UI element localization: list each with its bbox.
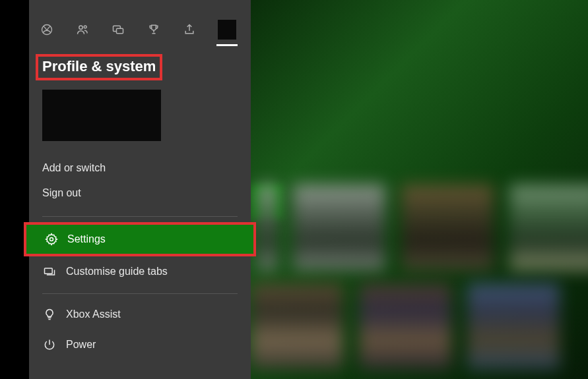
svg-rect-6: [45, 268, 53, 274]
guide-tab-bar: [29, 0, 251, 47]
guide-panel: Profile & system Add or switch Sign out …: [29, 0, 251, 379]
tabs-icon: [42, 264, 57, 279]
svg-rect-4: [117, 28, 123, 34]
profile-avatar[interactable]: [42, 90, 161, 141]
dashboard-tile: [359, 283, 451, 369]
dashboard-tile-row: [251, 283, 560, 369]
dashboard-tile-row: [257, 185, 588, 270]
dashboard-tile: [509, 185, 588, 270]
add-or-switch-item[interactable]: Add or switch: [42, 156, 238, 181]
achievements-tab-icon[interactable]: [147, 22, 161, 38]
customise-guide-tabs-item[interactable]: Customise guide tabs: [29, 256, 251, 287]
dashboard-tile: [467, 283, 560, 369]
gear-icon: [45, 233, 58, 246]
customise-guide-tabs-label: Customise guide tabs: [66, 266, 168, 277]
lightbulb-icon: [42, 307, 57, 322]
dashboard-tile: [401, 185, 494, 270]
profile-tab[interactable]: [218, 20, 236, 40]
dashboard-tile: [293, 185, 385, 270]
power-item[interactable]: Power: [29, 330, 251, 360]
power-label: Power: [66, 339, 96, 351]
svg-point-5: [50, 238, 53, 241]
settings-label: Settings: [67, 233, 106, 245]
panel-title: Profile & system: [36, 54, 162, 80]
svg-point-1: [79, 26, 82, 29]
panel-title-wrapper: Profile & system: [29, 47, 251, 86]
dashboard-tile: [257, 185, 277, 270]
xbox-assist-item[interactable]: Xbox Assist: [29, 299, 251, 330]
account-menu-section: Add or switch Sign out: [29, 141, 251, 206]
share-tab-icon[interactable]: [182, 22, 197, 38]
menu-divider: [42, 293, 238, 294]
people-tab-icon[interactable]: [75, 22, 90, 38]
chat-tab-icon[interactable]: [111, 22, 125, 38]
settings-item-highlight: Settings: [24, 222, 256, 256]
active-tab-indicator: [216, 44, 238, 46]
system-menu-section: Settings Customise guide tabs Xbox Assis…: [29, 222, 251, 360]
power-icon: [42, 337, 57, 352]
xbox-assist-label: Xbox Assist: [66, 308, 121, 320]
menu-divider: [42, 216, 238, 217]
svg-point-2: [84, 26, 86, 28]
dashboard-tile: [251, 283, 343, 369]
sign-out-item[interactable]: Sign out: [42, 181, 238, 206]
settings-item[interactable]: Settings: [26, 225, 253, 254]
xbox-tab-icon[interactable]: [40, 22, 54, 38]
